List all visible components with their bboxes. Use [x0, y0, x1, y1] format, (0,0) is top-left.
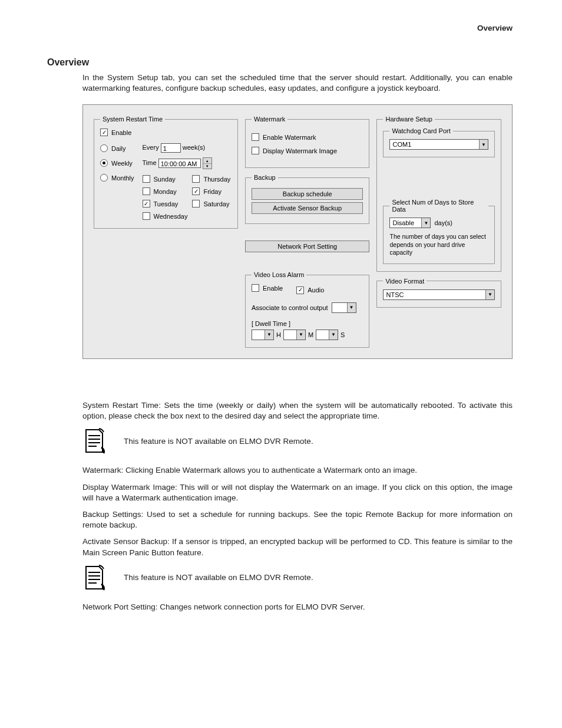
restart-every-row: Every 1 week(s) — [143, 143, 232, 153]
para-network-port: Network Port Setting: Changes network co… — [82, 602, 513, 612]
video-format-combo[interactable]: NTSC▼ — [383, 289, 495, 300]
dwell-m-combo[interactable]: ▼ — [283, 330, 306, 340]
radio-icon — [100, 159, 108, 167]
video-loss-legend: Video Loss Alarm — [252, 271, 306, 278]
videoloss-enable-checkbox[interactable]: Enable — [252, 284, 283, 292]
network-port-button[interactable]: Network Port Setting — [245, 241, 370, 252]
day-thursday[interactable]: Thursday — [192, 175, 232, 183]
para-display-watermark: Display Watermark Image: This will or wi… — [82, 482, 513, 503]
day-friday[interactable]: Friday — [192, 187, 232, 195]
backup-schedule-button[interactable]: Backup schedule — [252, 188, 363, 200]
video-format-group: Video Format NTSC▼ — [376, 278, 501, 308]
chevron-down-icon: ▼ — [479, 140, 488, 149]
note-row-2: This feature is NOT available on ELMO DV… — [82, 564, 513, 591]
store-days-combo[interactable]: Disable▼ — [389, 218, 431, 228]
restart-enable-checkbox[interactable]: Enable — [100, 129, 131, 136]
restart-weekly-radio[interactable]: Weekly — [100, 159, 134, 167]
time-spinner[interactable]: ▲▼ — [203, 157, 212, 169]
activate-sensor-backup-button[interactable]: Activate Sensor Backup — [252, 202, 363, 214]
restart-legend: System Restart Time — [100, 116, 165, 123]
day-wednesday[interactable]: Wednesday — [143, 212, 188, 220]
associate-combo[interactable]: ▼ — [332, 302, 356, 313]
video-loss-group: Video Loss Alarm Enable Audio Associate … — [245, 271, 370, 348]
radio-icon — [100, 174, 108, 182]
videoloss-audio-checkbox[interactable]: Audio — [296, 286, 324, 294]
restart-daily-radio[interactable]: Daily — [100, 144, 134, 152]
chevron-down-icon: ▼ — [485, 290, 494, 299]
hardware-group: Hardware Setup Watchdog Card Port COM1▼ … — [376, 116, 501, 271]
watchdog-legend: Watchdog Card Port — [389, 127, 452, 134]
system-setup-screenshot: System Restart Time Enable Daily Weekly — [82, 104, 513, 359]
backup-legend: Backup — [252, 174, 278, 181]
note-icon — [82, 427, 106, 454]
page-header: Overview — [47, 24, 521, 32]
backup-group: Backup Backup schedule Activate Sensor B… — [245, 174, 370, 224]
para-activate-sensor: Activate Sensor Backup: If a sensor is t… — [82, 536, 513, 558]
watermark-legend: Watermark — [252, 116, 287, 123]
watermark-display-checkbox[interactable]: Display Watermark Image — [252, 147, 337, 154]
intro-paragraph: In the System Setup tab, you can set the… — [82, 73, 513, 94]
note-icon — [82, 564, 106, 591]
dwell-time-label: [ Dwell Time ] — [252, 320, 363, 327]
watermark-group: Watermark Enable Watermark Display Water… — [245, 116, 370, 168]
restart-days-grid: Sunday Thursday Monday Friday Tuesday Sa… — [143, 174, 232, 221]
store-days-legend: Select Num of Days to Store Data — [389, 199, 488, 213]
para-watermark: Watermark: Clicking Enable Watermark all… — [82, 465, 513, 476]
restart-every-input[interactable]: 1 — [161, 143, 181, 153]
watchdog-combo[interactable]: COM1▼ — [389, 139, 488, 150]
store-days-note: The number of days you can select depend… — [389, 233, 488, 256]
section-title: Overview — [47, 57, 521, 68]
note-row-1: This feature is NOT available on ELMO DV… — [82, 427, 513, 454]
para-restart: System Restart Time: Sets the time (week… — [82, 400, 513, 421]
para-backup: Backup Settings: Used to set a schedule … — [82, 509, 513, 531]
store-days-group: Select Num of Days to Store Data Disable… — [383, 199, 495, 263]
restart-time-row: Time 10:00:00 AM ▲▼ — [143, 157, 232, 169]
restart-time-input[interactable]: 10:00:00 AM — [158, 159, 201, 168]
dwell-h-combo[interactable]: ▼ — [252, 330, 274, 340]
day-sunday[interactable]: Sunday — [143, 175, 188, 183]
day-tuesday[interactable]: Tuesday — [143, 200, 188, 207]
chevron-down-icon: ▼ — [347, 303, 356, 312]
restart-monthly-radio[interactable]: Monthly — [100, 174, 134, 182]
day-saturday[interactable]: Saturday — [192, 200, 232, 207]
associate-label: Associate to control output — [252, 304, 328, 311]
radio-icon — [100, 144, 108, 152]
hardware-legend: Hardware Setup — [383, 116, 435, 123]
video-format-legend: Video Format — [383, 278, 427, 285]
watchdog-group: Watchdog Card Port COM1▼ — [383, 127, 495, 157]
chevron-down-icon: ▼ — [421, 218, 430, 228]
dwell-s-combo[interactable]: ▼ — [316, 330, 338, 340]
note-text-2: This feature is NOT available on ELMO DV… — [124, 573, 313, 582]
checkbox-icon — [100, 129, 108, 136]
restart-group: System Restart Time Enable Daily Weekly — [94, 116, 238, 229]
day-monday[interactable]: Monday — [143, 187, 188, 195]
note-text-1: This feature is NOT available on ELMO DV… — [124, 437, 313, 446]
restart-enable-label: Enable — [111, 129, 131, 136]
watermark-enable-checkbox[interactable]: Enable Watermark — [252, 133, 316, 141]
